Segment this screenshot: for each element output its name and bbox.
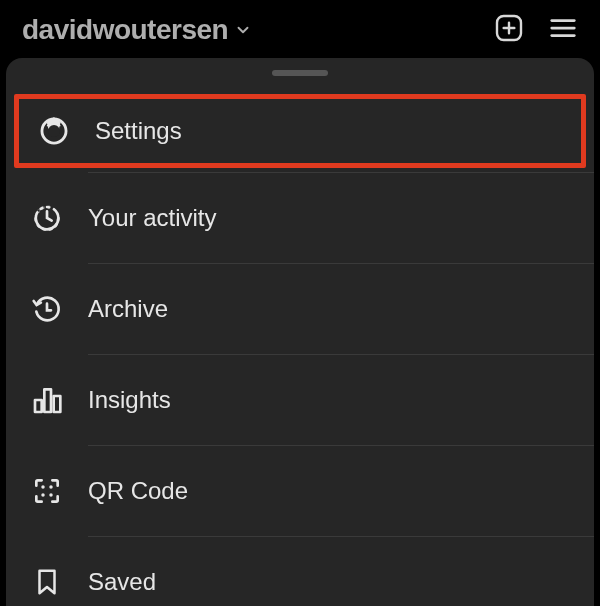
svg-point-17 [41,493,44,496]
qrcode-icon [30,474,64,508]
activity-icon [30,201,64,235]
svg-rect-12 [35,400,42,412]
menu-item-label: Settings [95,117,182,145]
menu-list: Settings Your activity [6,94,594,606]
menu-item-label: Insights [88,386,171,414]
sheet-grabber[interactable] [272,70,328,76]
svg-point-16 [49,485,52,488]
menu-item-label: Your activity [88,204,217,232]
bookmark-icon [30,565,64,599]
username-label: davidwoutersen [22,14,228,46]
svg-point-8 [48,125,60,137]
plus-square-icon [493,12,525,48]
svg-rect-14 [54,396,61,412]
chevron-down-icon [234,21,252,39]
menu-button[interactable] [548,15,578,45]
menu-item-insights[interactable]: Insights [6,355,594,445]
menu-item-your-activity[interactable]: Your activity [6,173,594,263]
menu-item-qr-code[interactable]: QR Code [6,446,594,536]
menu-item-label: Archive [88,295,168,323]
menu-item-label: QR Code [88,477,188,505]
svg-rect-13 [44,389,51,412]
menu-item-saved[interactable]: Saved [6,537,594,606]
insights-icon [30,383,64,417]
settings-icon [37,114,71,148]
archive-icon [30,292,64,326]
bottom-sheet: Settings Your activity [6,58,594,606]
menu-item-archive[interactable]: Archive [6,264,594,354]
profile-header: davidwoutersen [0,0,600,60]
svg-point-15 [41,485,44,488]
username-dropdown[interactable]: davidwoutersen [22,14,252,46]
create-button[interactable] [492,13,526,47]
hamburger-icon [548,13,578,47]
menu-item-settings[interactable]: Settings [14,94,586,168]
svg-point-18 [49,493,52,496]
menu-item-label: Saved [88,568,156,596]
